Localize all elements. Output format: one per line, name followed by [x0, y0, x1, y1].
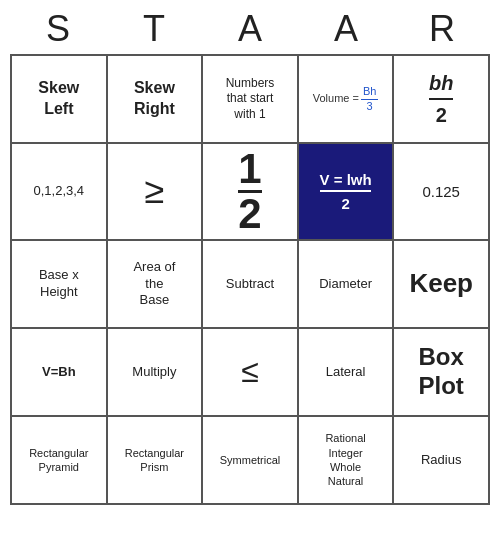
half-fraction: 1 2 [238, 148, 261, 235]
letter-t: T [110, 8, 198, 50]
cell-r4c4: Lateral [299, 329, 395, 417]
cell-r5c4: Rational Integer Whole Natural [299, 417, 395, 505]
cell-r1c5: bh 2 [394, 56, 490, 144]
cell-r3c5: Keep [394, 241, 490, 329]
cell-r3c2: Area of the Base [108, 241, 204, 329]
letter-r: R [398, 8, 486, 50]
letter-s: S [14, 8, 102, 50]
cell-r5c5: Radius [394, 417, 490, 505]
cell-r4c3: ≤ [203, 329, 299, 417]
volume-display: Volume = Bh3 [313, 85, 379, 112]
cell-r2c2: ≥ [108, 144, 204, 241]
cell-r4c1: V=Bh [12, 329, 108, 417]
cell-r3c4: Diameter [299, 241, 395, 329]
cell-r4c2: Multiply [108, 329, 204, 417]
cell-r1c1: Skew Left [12, 56, 108, 144]
dark-formula-denom: 2 [320, 190, 371, 214]
cell-r5c3: Symmetrical [203, 417, 299, 505]
letter-a1: A [206, 8, 294, 50]
cell-r2c3: 1 2 [203, 144, 299, 241]
cell-r2c4: V = lwh 2 [299, 144, 395, 241]
bingo-grid: Skew Left Skew Right Numbers that start … [10, 54, 490, 505]
cell-r4c5: Box Plot [394, 329, 490, 417]
cell-r1c4: Volume = Bh3 [299, 56, 395, 144]
cell-r3c3: Subtract [203, 241, 299, 329]
cell-r5c1: Rectangular Pyramid [12, 417, 108, 505]
cell-r1c3: Numbers that start with 1 [203, 56, 299, 144]
cell-r2c1: 0,1,2,3,4 [12, 144, 108, 241]
bingo-card: S T A A R Skew Left Skew Right Numbers t… [10, 8, 490, 505]
title-row: S T A A R [10, 8, 490, 50]
cell-r5c2: Rectangular Prism [108, 417, 204, 505]
cell-r1c2: Skew Right [108, 56, 204, 144]
cell-r3c1: Base x Height [12, 241, 108, 329]
cell-r2c5: 0.125 [394, 144, 490, 241]
letter-a2: A [302, 8, 390, 50]
dark-formula: V = lwh [320, 170, 372, 190]
bh-fraction: bh 2 [429, 70, 453, 128]
